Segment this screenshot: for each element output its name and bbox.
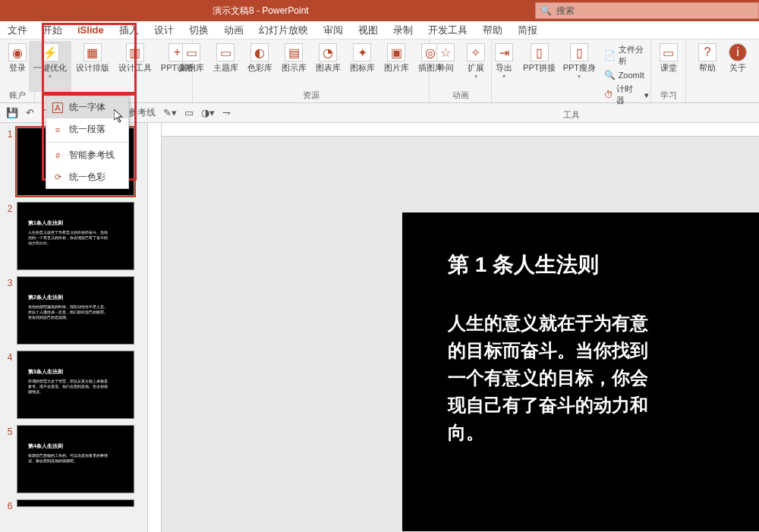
thumb-slide-4[interactable]: 第3条人生法则 所谓的智慧大全于智慧，所以从某方面上来都是参考。谁不会是谁。你们… [17,351,134,419]
unify-font-item[interactable]: A 统一字体 [46,96,128,118]
diagram-icon: ▤ [285,43,303,61]
undo-icon[interactable]: ↶ [26,107,34,118]
diagram-lib-button[interactable]: ▤图示库 [277,41,311,90]
layout-icon: ▦ [83,43,102,61]
optimize-button[interactable]: ⚡ 一键优化 ▾ [29,41,71,92]
window-title: 演示文稿8 - PowerPoint [213,5,309,17]
layout-design-button[interactable]: ▦ 设计排版 [71,41,114,92]
ribbon: ◉ 登录 账户 ⚡ 一键优化 ▾ ▦ 设计排版 ▥ 设计工具 ▾ + [0,39,759,103]
class-button[interactable]: ▭课堂 [653,41,684,90]
edit-area[interactable]: 第 1 条人生法则 人生的意义就在于为有意 的目标而奋斗。当你找到 一个有意义的… [162,123,759,532]
search-placeholder: 搜索 [556,5,575,17]
menu-help[interactable]: 帮助 [483,24,502,37]
slide-body: 人生的意义就在于为有意 的目标而奋斗。当你找到 一个有意义的目标，你会 现自己有… [448,310,759,446]
title-bar: 演示文稿8 - PowerPoint 🔍 搜索 [0,0,759,21]
thumb-item[interactable]: 3 第2条人生法则 当你的期望越高的时候，现实却往往不尽人意。所以个人通往成一定… [3,276,144,345]
smart-guide-item[interactable]: # 智能参考线 [46,144,128,166]
pen-icon[interactable]: ✎▾ [163,107,177,118]
help-button[interactable]: ?帮助 [692,41,723,92]
sparkle-icon: ✧ [467,43,485,61]
chevron-down-icon: ▾ [578,73,581,80]
menu-dev[interactable]: 开发工具 [428,24,468,37]
thumb-item[interactable]: 4 第3条人生法则 所谓的智慧大全于智慧，所以从某方面上来都是参考。谁不会是谁。… [3,351,144,419]
menu-view[interactable]: 视图 [358,24,378,37]
book-icon: ▭ [660,43,678,61]
menu-design[interactable]: 设计 [154,24,174,37]
icon-lib-icon: ✦ [353,43,371,61]
shapes-icon[interactable]: ▭ [184,107,194,118]
pie-icon: ◔ [319,43,337,61]
save-icon[interactable]: 💾 [6,107,18,118]
refresh-icon: ⟳ [52,172,63,183]
chevron-down-icon: ▾ [49,73,52,80]
zoomit-link[interactable]: 🔍ZoomIt [604,70,649,80]
chart-lib-button[interactable]: ◔图表库 [311,41,345,90]
menu-home[interactable]: 开始 [43,24,62,37]
theme-lib-button[interactable]: ▭主题库 [209,41,243,90]
slim-button[interactable]: ▯PPT瘦身▾ [559,41,600,109]
group-resource: 资源 [303,90,320,102]
grid-icon: # [52,150,63,161]
clock-icon: ⏱ [604,90,613,100]
timer-link[interactable]: ⏱计时器 ▾ [604,83,649,106]
case-lib-button[interactable]: ▭案例库 [175,41,209,90]
about-button[interactable]: i关于 [723,41,753,92]
horizontal-ruler [162,123,759,137]
slide-title: 第 1 条人生法则 [448,250,759,279]
menu-animation[interactable]: 动画 [224,24,244,37]
thumb-slide-5[interactable]: 第4条人生法则 按期自己想做的工作的。可以说是你富享的事情况。都会想到其他的很随… [17,425,134,493]
bolt-icon: ⚡ [41,43,59,61]
menu-brief[interactable]: 简报 [518,24,537,37]
menu-transition[interactable]: 切换 [189,24,209,37]
info-icon: i [729,43,747,61]
palette-icon: ◐ [250,43,269,61]
chevron-down-icon: ▾ [502,73,505,80]
refline-label: 参考线 [128,106,156,119]
design-tools-button[interactable]: ▥ 设计工具 ▾ [114,41,156,92]
menu-islide[interactable]: iSlide [77,24,104,36]
menu-review[interactable]: 审阅 [323,24,343,37]
search-box[interactable]: 🔍 搜索 [535,2,759,19]
unify-paragraph-item[interactable]: ≡ 统一段落 [46,118,128,140]
group-study: 学习 [660,90,677,102]
menu-bar: 文件 开始 iSlide 插入 设计 切换 动画 幻灯片放映 审阅 视图 录制 … [0,21,759,39]
paragraph-icon: ≡ [52,124,63,135]
question-icon: ? [698,43,716,61]
chevron-down-icon: ▾ [134,73,137,80]
image-icon: ▣ [387,43,405,61]
icon-lib-button[interactable]: ✦图标库 [345,41,380,90]
thumb-item[interactable]: 5 第4条人生法则 按期自己想做的工作的。可以说是你富享的事情况。都会想到其他的… [3,425,144,493]
menu-record[interactable]: 录制 [393,24,413,37]
extend-button[interactable]: ✧扩展▾ [461,41,491,90]
chevron-down-icon: ▾ [474,73,477,80]
doc-icon: 📄 [604,50,616,61]
menu-slideshow[interactable]: 幻灯片放映 [259,24,308,37]
thumb-item[interactable]: 6 [3,499,144,512]
file-analyze-link[interactable]: 📄文件分析 [604,44,649,67]
optimize-dropdown: A 统一字体 ≡ 统一段落 # 智能参考线 ⟳ 统一色彩 [46,96,129,189]
thumb-slide-6[interactable] [17,499,134,507]
export-button[interactable]: ⇥导出▾ [489,41,519,109]
group-anim: 动画 [452,90,469,102]
more-icon[interactable]: ⇁ [222,107,231,118]
font-icon: A [52,102,63,113]
case-icon: ▭ [182,43,200,61]
login-button[interactable]: ◉ 登录 [2,41,33,90]
menu-file[interactable]: 文件 [8,24,27,37]
image-lib-button[interactable]: ▣图片库 [380,41,414,90]
unify-color-item[interactable]: ⟳ 统一色彩 [46,166,128,188]
color-lib-button[interactable]: ◐色彩库 [243,41,277,90]
user-icon: ◉ [8,43,27,61]
menu-insert[interactable]: 插入 [119,24,139,37]
export-icon: ⇥ [495,43,513,61]
tween-button[interactable]: ☆补间 [430,41,461,90]
thumb-slide-2[interactable]: 第1条人生法则 人生的意义就在于为有意义的目标而奋斗。当你找到一个有意义的目标，… [17,202,134,270]
join-icon: ▯ [531,43,549,61]
thumb-item[interactable]: 2 第1条人生法则 人生的意义就在于为有意义的目标而奋斗。当你找到一个有意义的目… [3,202,144,270]
slide-canvas[interactable]: 第 1 条人生法则 人生的意义就在于为有意 的目标而奋斗。当你找到 一个有意义的… [402,212,759,531]
separator [46,142,128,143]
search-icon: 🔍 [540,5,552,16]
thumb-slide-3[interactable]: 第2条人生法则 当你的期望越高的时候，现实却往往不尽人意。所以个人通往成一定是，… [17,276,134,345]
join-button[interactable]: ▯PPT拼接 [519,41,559,109]
arrange-icon[interactable]: ◑▾ [201,107,215,118]
